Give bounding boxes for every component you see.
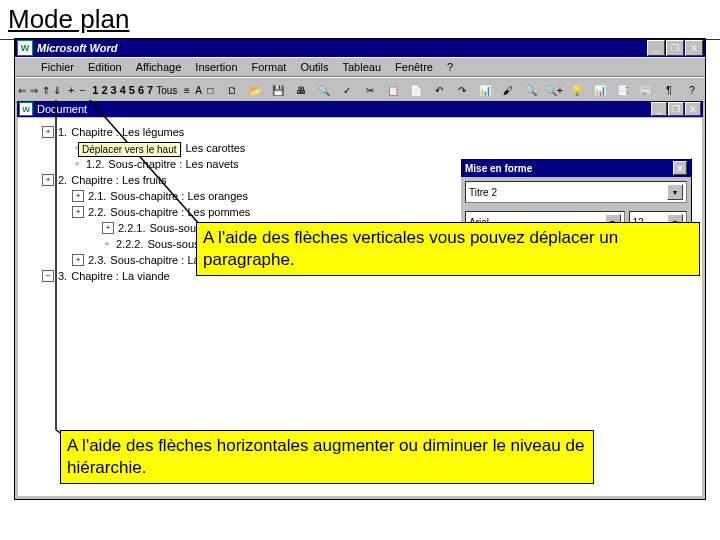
- std-tool-2[interactable]: 💾: [267, 79, 289, 101]
- std-tool-9[interactable]: ↶: [428, 79, 450, 101]
- plus-icon[interactable]: [72, 206, 84, 218]
- outline-number: 2.2.2.: [116, 238, 144, 250]
- outline-row[interactable]: 1.Chapitre : Les légumes: [42, 124, 698, 140]
- outline-number: 1.2.: [86, 158, 104, 170]
- outline-number: 2.3.: [88, 254, 106, 266]
- show-formatting-button[interactable]: A: [193, 79, 204, 101]
- outline-number: 1.: [58, 126, 67, 138]
- outline-text[interactable]: Chapitre : Les légumes: [71, 126, 184, 138]
- menu-insert[interactable]: Insertion: [189, 60, 243, 74]
- std-tool-1[interactable]: 📂: [244, 79, 266, 101]
- format-panel-title: Mise en forme: [465, 163, 532, 174]
- app-titlebar: W Microsoft Word _ ❐ X: [15, 39, 705, 57]
- std-tool-14[interactable]: 🔍+: [543, 79, 565, 101]
- menu-file[interactable]: Fichier: [35, 60, 80, 74]
- close-button[interactable]: X: [685, 40, 703, 56]
- outline-text[interactable]: Sous-chapitre : Les navets: [108, 158, 238, 170]
- outline-text[interactable]: Chapitre : La viande: [71, 270, 169, 282]
- standard-toolbar-icons: 🗋📂💾🖶🔍✓✂📋📄↶↷📊🖌🔍🔍+💡📊📑📰¶?: [221, 79, 703, 101]
- std-tool-10[interactable]: ↷: [451, 79, 473, 101]
- minimize-button[interactable]: _: [647, 40, 665, 56]
- demote-button[interactable]: ⇒: [29, 79, 40, 101]
- doc-titlebar: W Document _ ❐ X: [17, 101, 703, 117]
- plus-icon[interactable]: [42, 174, 54, 186]
- maximize-button[interactable]: ❐: [666, 40, 684, 56]
- format-close-button[interactable]: X: [673, 161, 687, 175]
- std-tool-12[interactable]: 🖌: [497, 79, 519, 101]
- std-tool-11[interactable]: 📊: [474, 79, 496, 101]
- menu-window[interactable]: Fenêtre: [389, 60, 439, 74]
- std-tool-7[interactable]: 📋: [382, 79, 404, 101]
- outline-text[interactable]: Chapitre : Les fruits: [71, 174, 166, 186]
- level-all-button[interactable]: Tous: [155, 79, 178, 101]
- std-tool-8[interactable]: 📄: [405, 79, 427, 101]
- menu-tools[interactable]: Outils: [294, 60, 334, 74]
- doc-title: Document: [37, 103, 87, 115]
- outline-text[interactable]: Sous-chapitre : Les oranges: [110, 190, 248, 202]
- level-5-button[interactable]: 5: [128, 79, 136, 101]
- outline-number: 2.1.: [88, 190, 106, 202]
- doc-icon: W: [19, 102, 33, 116]
- word-app-icon: W: [17, 40, 33, 56]
- move-up-tooltip: Déplacer vers le haut: [78, 142, 181, 157]
- show-first-line-button[interactable]: ≡: [182, 79, 193, 101]
- style-value: Titre 2: [469, 187, 497, 198]
- doc-maximize-button[interactable]: ❐: [668, 102, 684, 116]
- promote-button[interactable]: ⇐: [17, 79, 28, 101]
- outline-number: 2.2.1.: [118, 222, 146, 234]
- minus-icon[interactable]: [42, 270, 54, 282]
- std-tool-15[interactable]: 💡: [566, 79, 588, 101]
- dropdown-arrow-icon[interactable]: ▼: [667, 184, 683, 200]
- level-4-button[interactable]: 4: [119, 79, 127, 101]
- std-tool-17[interactable]: 📑: [612, 79, 634, 101]
- expand-button[interactable]: +: [66, 79, 77, 101]
- level-3-button[interactable]: 3: [110, 79, 118, 101]
- std-tool-20[interactable]: ?: [681, 79, 703, 101]
- level-1-button[interactable]: 1: [91, 79, 99, 101]
- outline-number: 3.: [58, 270, 67, 282]
- plus-icon[interactable]: [72, 190, 84, 202]
- callout-vertical-arrows: A l'aide des flèches verticales vous pou…: [196, 222, 700, 276]
- std-tool-0[interactable]: 🗋: [221, 79, 243, 101]
- std-tool-13[interactable]: 🔍: [520, 79, 542, 101]
- menu-help[interactable]: ?: [441, 60, 459, 74]
- menu-format[interactable]: Format: [246, 60, 293, 74]
- level-7-button[interactable]: 7: [146, 79, 154, 101]
- body-icon[interactable]: [72, 159, 82, 169]
- outline-toolbar: ⇐ ⇒ ⇑ ⇓ + − 1 2 3 4 5 6 7 Tous ≡ A □ 🗋📂💾…: [15, 77, 705, 103]
- body-icon[interactable]: [102, 239, 112, 249]
- style-select[interactable]: Titre 2 ▼: [465, 181, 687, 203]
- std-tool-4[interactable]: 🔍: [313, 79, 335, 101]
- outline-text[interactable]: Sous-chapitre : Les pommes: [110, 206, 250, 218]
- format-titlebar[interactable]: Mise en forme X: [461, 159, 691, 177]
- outline-number: 2.2.: [88, 206, 106, 218]
- doc-close-button[interactable]: X: [685, 102, 701, 116]
- callout-horizontal-arrows: A l'aide des flèches horizontales augmen…: [60, 430, 594, 484]
- level-6-button[interactable]: 6: [137, 79, 145, 101]
- menu-view[interactable]: Affichage: [130, 60, 188, 74]
- plus-icon[interactable]: [42, 126, 54, 138]
- std-tool-6[interactable]: ✂: [359, 79, 381, 101]
- doc-minimize-button[interactable]: _: [651, 102, 667, 116]
- collapse-button[interactable]: −: [77, 79, 88, 101]
- menu-edit[interactable]: Edition: [82, 60, 128, 74]
- master-doc-button[interactable]: □: [205, 79, 216, 101]
- slide-title: Mode plan: [0, 0, 720, 39]
- app-title: Microsoft Word: [37, 42, 117, 54]
- move-down-button[interactable]: ⇓: [52, 79, 63, 101]
- std-tool-3[interactable]: 🖶: [290, 79, 312, 101]
- std-tool-19[interactable]: ¶: [658, 79, 680, 101]
- plus-icon[interactable]: [102, 222, 114, 234]
- std-tool-5[interactable]: ✓: [336, 79, 358, 101]
- std-tool-18[interactable]: 📰: [635, 79, 657, 101]
- level-2-button[interactable]: 2: [100, 79, 108, 101]
- move-up-button[interactable]: ⇑: [40, 79, 51, 101]
- menu-table[interactable]: Tableau: [337, 60, 388, 74]
- std-tool-16[interactable]: 📊: [589, 79, 611, 101]
- outline-number: 2.: [58, 174, 67, 186]
- plus-icon[interactable]: [72, 254, 84, 266]
- menubar: Fichier Edition Affichage Insertion Form…: [15, 57, 705, 77]
